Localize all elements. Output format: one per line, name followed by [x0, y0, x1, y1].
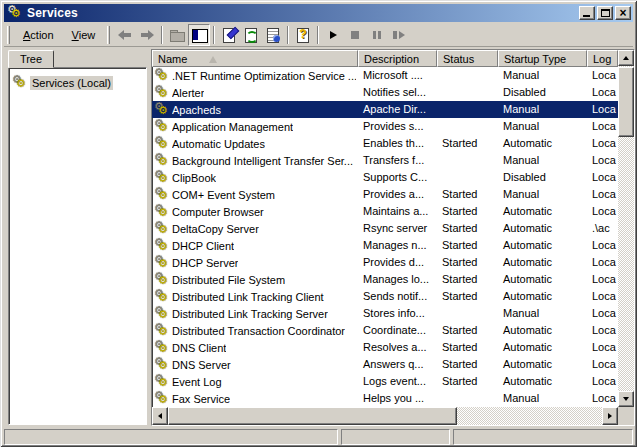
column-header-startup_type[interactable]: Startup Type: [498, 50, 587, 67]
scroll-up-button[interactable]: [618, 50, 634, 66]
service-name-label: Background Intelligent Transfer Ser...: [172, 154, 353, 169]
cell-description: Notifies sel...: [358, 84, 437, 101]
vertical-scrollbar[interactable]: [618, 50, 634, 407]
service-row[interactable]: COM+ Event SystemProvides a...StartedMan…: [152, 186, 618, 203]
cell-name: Distributed Transaction Coordinator: [152, 322, 358, 339]
column-headers: NameDescriptionStatusStartup TypeLog: [152, 50, 618, 67]
service-name-label: ClipBook: [172, 171, 216, 186]
cell-description: Coordinate...: [358, 322, 437, 339]
service-row[interactable]: Computer BrowserMaintains a...StartedAut…: [152, 203, 618, 220]
column-header-name[interactable]: Name: [152, 50, 358, 67]
service-row[interactable]: AlerterNotifies sel...DisabledLoca: [152, 84, 618, 101]
back-button[interactable]: [114, 24, 136, 46]
cell-startup_type: Disabled: [498, 169, 587, 186]
service-gears-icon: [154, 238, 170, 254]
cell-description: Provides s...: [358, 118, 437, 135]
service-row[interactable]: Fax ServiceHelps you ...ManualLoca: [152, 390, 618, 407]
column-header-status[interactable]: Status: [437, 50, 498, 67]
cell-log_on_as: Loca: [587, 271, 618, 288]
menu-band-grip[interactable]: [7, 26, 10, 44]
statusbar-panel-main: [4, 429, 338, 445]
close-button[interactable]: ×: [615, 6, 631, 20]
toolbar-band-grip[interactable]: [107, 26, 110, 44]
menu-action[interactable]: Action: [14, 26, 63, 44]
service-row[interactable]: DHCP ClientManages n...StartedAutomaticL…: [152, 237, 618, 254]
service-gears-icon: [154, 221, 170, 237]
up-one-level-button[interactable]: [166, 24, 188, 46]
forward-button[interactable]: [136, 24, 158, 46]
service-row[interactable]: Background Intelligent Transfer Ser...Tr…: [152, 152, 618, 169]
cell-startup_type: Manual: [498, 101, 587, 118]
service-row[interactable]: Application ManagementProvides s...Manua…: [152, 118, 618, 135]
column-header-description[interactable]: Description: [358, 50, 437, 67]
minimize-button[interactable]: [579, 6, 595, 20]
maximize-button[interactable]: [597, 6, 613, 20]
restart-service-button[interactable]: [388, 24, 410, 46]
cell-status: Started: [437, 220, 498, 237]
service-gears-icon: [154, 136, 170, 152]
cell-status: Started: [437, 271, 498, 288]
refresh-button[interactable]: [240, 24, 262, 46]
cell-log_on_as: Loca: [587, 67, 618, 84]
menu-view[interactable]: View: [63, 26, 105, 44]
service-row[interactable]: Automatic UpdatesEnables th...StartedAut…: [152, 135, 618, 152]
maximize-icon: [601, 9, 610, 17]
service-gears-icon: [154, 272, 170, 288]
scroll-left-button[interactable]: [152, 407, 168, 425]
cell-startup_type: Manual: [498, 118, 587, 135]
start-service-button[interactable]: [322, 24, 344, 46]
service-row[interactable]: ApachedsApache Dir...ManualLoca: [152, 101, 618, 118]
cell-name: .NET Runtime Optimization Service ...: [152, 67, 358, 84]
service-gears-icon: [154, 102, 170, 118]
scroll-down-button[interactable]: [618, 391, 634, 407]
console-tree-pane: Services (Local): [8, 67, 147, 425]
help-button[interactable]: [292, 24, 314, 46]
cell-description: Transfers f...: [358, 152, 437, 169]
horizontal-scrollbar[interactable]: [152, 407, 618, 425]
toolbar: [114, 24, 410, 46]
service-row[interactable]: DNS ServerAnswers q...StartedAutomaticLo…: [152, 356, 618, 373]
cell-name: Apacheds: [152, 101, 358, 118]
service-gears-icon: [154, 153, 170, 169]
cell-description: Supports C...: [358, 169, 437, 186]
service-name-label: Distributed File System: [172, 273, 285, 288]
service-row[interactable]: Distributed Link Tracking ClientSends no…: [152, 288, 618, 305]
properties-button[interactable]: [218, 24, 240, 46]
column-header-log_on_as[interactable]: Log: [587, 50, 618, 67]
sort-ascending-icon: [209, 56, 217, 63]
tree-item-services-local[interactable]: Services (Local): [12, 75, 146, 91]
cell-name: DNS Server: [152, 356, 358, 373]
service-row[interactable]: DNS ClientResolves a...StartedAutomaticL…: [152, 339, 618, 356]
service-row[interactable]: DHCP ServerProvides d...StartedAutomatic…: [152, 254, 618, 271]
service-gears-icon: [154, 187, 170, 203]
service-row[interactable]: ClipBookSupports C...DisabledLoca: [152, 169, 618, 186]
scroll-right-button[interactable]: [602, 407, 618, 425]
export-list-button[interactable]: [262, 24, 284, 46]
cell-status: [437, 118, 498, 135]
stop-service-button[interactable]: [344, 24, 366, 46]
titlebar[interactable]: Services ×: [4, 4, 633, 22]
vertical-scroll-thumb[interactable]: [618, 67, 634, 137]
service-name-label: Distributed Transaction Coordinator: [172, 324, 345, 339]
service-row[interactable]: Event LogLogs event...StartedAutomaticLo…: [152, 373, 618, 390]
service-row[interactable]: DeltaCopy ServerRsync serverStartedAutom…: [152, 220, 618, 237]
service-row[interactable]: Distributed Link Tracking ServerStores i…: [152, 305, 618, 322]
arrow-left-icon: [158, 413, 162, 419]
horizontal-scroll-thumb[interactable]: [168, 407, 457, 425]
pause-service-button[interactable]: [366, 24, 388, 46]
cell-name: DHCP Client: [152, 237, 358, 254]
arrow-down-icon: [623, 397, 629, 401]
cell-status: Started: [437, 203, 498, 220]
cell-name: Distributed Link Tracking Server: [152, 305, 358, 322]
cell-startup_type: Automatic: [498, 135, 587, 152]
service-name-label: DHCP Server: [172, 256, 238, 271]
cell-status: Started: [437, 135, 498, 152]
cell-log_on_as: Loca: [587, 237, 618, 254]
service-gears-icon: [154, 289, 170, 305]
cell-name: DNS Client: [152, 339, 358, 356]
service-row[interactable]: Distributed File SystemManages lo...Star…: [152, 271, 618, 288]
show-hide-console-tree-button[interactable]: [188, 24, 210, 46]
tab-tree[interactable]: Tree: [8, 50, 54, 68]
service-row[interactable]: .NET Runtime Optimization Service ...Mic…: [152, 67, 618, 84]
service-row[interactable]: Distributed Transaction CoordinatorCoord…: [152, 322, 618, 339]
